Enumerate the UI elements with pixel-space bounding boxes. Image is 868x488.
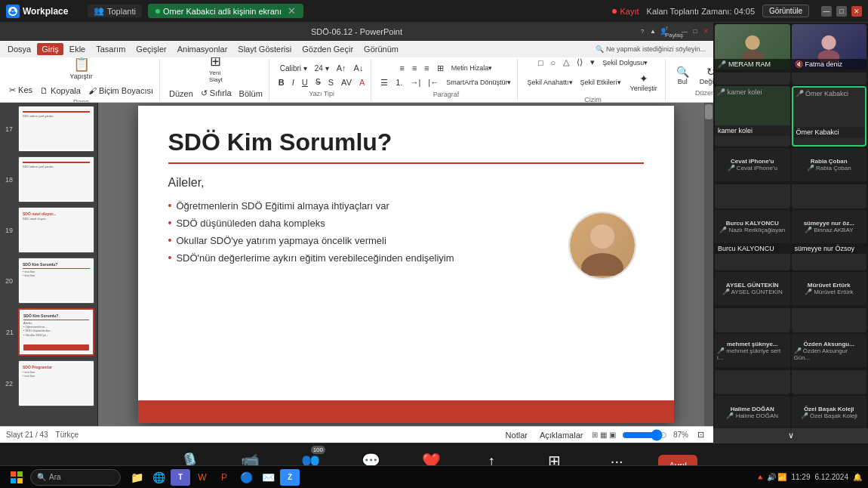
tb-bolum[interactable]: Bölüm [236, 88, 266, 100]
taskbar-app-zoom[interactable]: Z [280, 469, 300, 486]
participant-kamer[interactable]: 🎤 kamer kolei kamer kolei [715, 86, 790, 147]
taskbar-app-ppt[interactable]: P [214, 469, 234, 486]
taskbar-app-mail[interactable]: ✉️ [258, 469, 278, 486]
tb-shape2[interactable]: ○ [548, 57, 559, 69]
tb-yapistir[interactable]: 📋 Yapıştır [65, 57, 97, 82]
maximize-button[interactable]: □ [836, 6, 847, 17]
slide-thumb-20[interactable]: 20 SDÖ Kim Sorumlu? • text line• text li… [18, 258, 94, 304]
slide-thumb-19[interactable]: 19 SDÖ nasıl oluyor... SDÖ nasıl oluyor.… [18, 207, 94, 253]
participant-fatma-deniz[interactable]: 🔇 Fatma deniz [792, 24, 867, 85]
menu-gecisler[interactable]: Geçişler [131, 43, 171, 55]
tb-degistir[interactable]: ↻ Değiştir [695, 63, 713, 88]
tb-sifirla[interactable]: ↺ Sıfırla [198, 87, 235, 100]
tb-font-size[interactable]: 24 ▾ [312, 63, 332, 74]
tb-indent-out[interactable]: |← [425, 76, 442, 88]
taskbar-app-explorer[interactable]: 📁 [127, 469, 146, 486]
tb-color[interactable]: A [356, 76, 368, 88]
tb-align-left[interactable]: ≡ [396, 62, 407, 74]
tb-font-down[interactable]: A↓ [351, 62, 367, 74]
close-button[interactable]: ✕ [851, 6, 862, 17]
minimize-button[interactable]: — [821, 6, 832, 17]
slide-thumb-22[interactable]: 22 SDÖ Programlar • text line• text line [18, 360, 94, 406]
tb-sekil-anahat[interactable]: Şekil Anahattı▾ [524, 77, 575, 88]
participant-omer[interactable]: 🎤 Ömer Kabakci Ömer Kabakci [792, 86, 867, 147]
zoom-slider[interactable] [622, 429, 667, 441]
screen-share-close[interactable]: ✕ [288, 5, 296, 17]
menu-tasarim[interactable]: Tasarım [91, 43, 130, 55]
menu-slayt-gosterisi[interactable]: Slayt Gösterisi [233, 43, 296, 55]
menu-dosya[interactable]: Dosya [3, 43, 35, 55]
comments-btn[interactable]: Açıklamalar [537, 429, 586, 441]
taskbar-app-teams[interactable]: T [171, 469, 190, 486]
slide-panel[interactable]: 17 SDÖ adına çzel yaratır... 18 SDÖ adın… [0, 103, 98, 426]
tb-shape4[interactable]: ⟨⟩ [574, 57, 586, 69]
tb-underline[interactable]: U [299, 76, 311, 88]
participant-aysel[interactable]: AYSEL GÜNTEKİN 🎤 AYSEL GÜNTEKİN [715, 272, 790, 332]
ppt-help[interactable]: ? [638, 27, 647, 36]
tb-align-right[interactable]: ≡ [421, 62, 432, 74]
tb-kopyala[interactable]: 🗋 Kopyala [37, 85, 84, 97]
tb-font-family[interactable]: Calibri ▾ [277, 63, 310, 74]
menu-gorunum[interactable]: Görünüm [359, 43, 403, 55]
win-start-button[interactable] [6, 469, 27, 486]
tb-yeni-slayt[interactable]: ⊞ YeniSlayt [205, 57, 227, 85]
tb-sekil-etkiler[interactable]: Şekil Etkileri▾ [577, 77, 624, 88]
ppt-minimize[interactable]: — [680, 27, 689, 36]
tb-shape3[interactable]: △ [560, 57, 572, 69]
ppt-close[interactable]: ✕ [701, 27, 710, 36]
taskbar-notif[interactable]: 🔔 [853, 473, 862, 481]
participant-sumeyye[interactable]: sümeyye nur öz... 🎤 Binnaz AKBAY sümeyye… [792, 210, 867, 270]
tb-strike[interactable]: S̶ [312, 76, 324, 88]
tb-indent-in[interactable]: →| [408, 76, 424, 88]
lang-indicator[interactable]: Türkçe [56, 431, 79, 439]
tb-align-center[interactable]: ≡ [409, 62, 420, 74]
menu-search[interactable]: 🔍 Ne yapmak istediğinizi söyleyin... [591, 44, 710, 54]
tb-yenlestir[interactable]: ✦ Yenileştir [626, 70, 662, 94]
tb-more-shapes[interactable]: ▾ [587, 57, 598, 69]
participant-rabia[interactable]: Rabia Çoban 🎤 Rabia Çoban [792, 148, 867, 208]
tb-boya[interactable]: 🖌 Biçim Boyacısı [85, 85, 156, 97]
fit-slide-btn[interactable]: ⊡ [694, 428, 707, 441]
menu-animasyonlar[interactable]: Animasyonlar [173, 43, 232, 55]
slide-thumb-17[interactable]: 17 SDÖ adına çzel yaratır... [18, 106, 94, 152]
view-button[interactable]: Görüntüle [762, 5, 809, 17]
meeting-pill[interactable]: 👥 Toplanti [88, 5, 142, 17]
tb-metin-hizala[interactable]: Metin Hizala▾ [448, 63, 496, 73]
tb-columns[interactable]: ⊞ [434, 62, 447, 75]
notes-btn[interactable]: Notlar [503, 429, 531, 441]
screen-share-indicator[interactable]: Omer Kabakci adli kişinin ekranı ✕ [148, 4, 303, 18]
slide-thumb-18[interactable]: 18 SDÖ adına çzel yaratır... [18, 156, 94, 202]
participant-halime[interactable]: Halime DOĞAN 🎤 Halime DOĞAN [715, 396, 790, 428]
tb-italic[interactable]: I [289, 76, 297, 88]
tb-kes[interactable]: ✂ Kes [6, 84, 35, 97]
taskbar-app-office[interactable]: W [192, 469, 212, 486]
participant-burcu[interactable]: Burcu KALYONCU 🎤 Nazlı Rerikliçağlayan B… [715, 210, 790, 270]
participant-ozel-basak[interactable]: Özel Başak Koleji 🎤 Özel Başak Koleji [792, 396, 867, 428]
tb-font-up[interactable]: A↑ [334, 62, 349, 74]
tb-numbered-list[interactable]: 1. [392, 76, 405, 88]
participant-cevat[interactable]: Cevat iPhone'u 🎤 Cevat iPhone'u [715, 148, 790, 208]
participant-murüvet[interactable]: Mürüvet Ertürk 🎤 Mürüvet Ertürk [792, 272, 867, 332]
tb-shadow[interactable]: S [325, 76, 337, 88]
tb-spacing[interactable]: AV [338, 76, 355, 88]
tb-bold[interactable]: B [275, 76, 288, 88]
taskbar-app-edge[interactable]: 🌐 [149, 469, 168, 486]
view-icons[interactable]: ⊞ ▦ ▣ [592, 431, 616, 439]
menu-giris[interactable]: Giriş [37, 43, 63, 55]
tb-duzen[interactable]: Düzen [166, 88, 196, 100]
slide-canvas[interactable]: SDÖ Kim Sorumlu? Aileler, Öğretmenlerin … [138, 106, 674, 423]
participant-meram-ram[interactable]: 🎤 MERAM RAM [715, 24, 790, 85]
tb-smartart[interactable]: SmartArt'a Dönüştür▾ [443, 77, 514, 88]
ppt-ribbon-toggle[interactable]: ▲ [648, 27, 657, 36]
win-search-bar[interactable]: 🔍 Ara [30, 469, 121, 486]
tb-shape1[interactable]: □ [535, 57, 546, 69]
participant-ozden[interactable]: Özden Aksungu... 🎤 Özden Aksungur Gün... [792, 334, 867, 394]
ppt-maximize[interactable]: □ [691, 27, 700, 36]
tb-bul[interactable]: 🔍 Bul [672, 63, 694, 88]
scroll-down-button[interactable]: ∨ [713, 428, 868, 443]
taskbar-app-chrome[interactable]: 🔵 [236, 469, 256, 486]
participant-mehmet[interactable]: mehmet şükrıye... 🎤 mehmet şükriye sert … [715, 334, 790, 394]
tb-sekil-dolgu[interactable]: Şekil Dolgusu▾ [599, 57, 651, 68]
slide-scrollbar[interactable] [704, 103, 713, 426]
slide-thumb-21[interactable]: 21 SDÖ Kim Sorumlu? Aileler,• Öğretmenle… [18, 308, 94, 356]
